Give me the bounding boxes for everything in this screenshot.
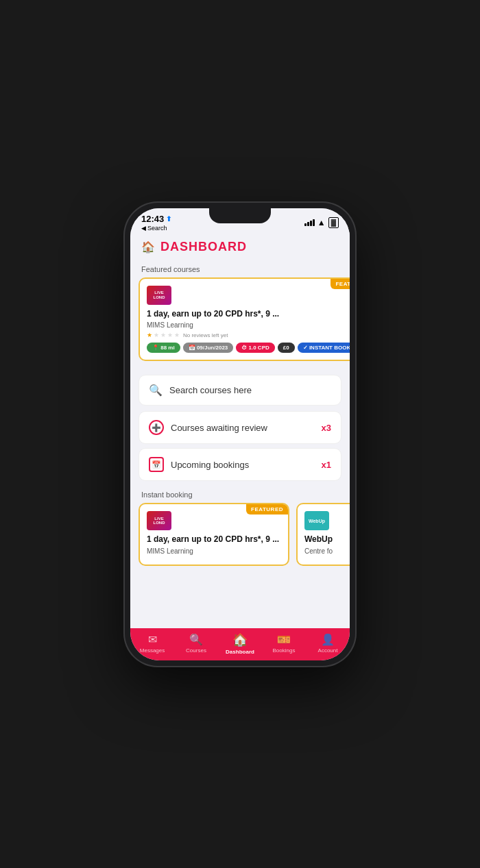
upcoming-bookings-count: x1 [322, 460, 331, 470]
nav-bookings[interactable]: 🎫 Bookings [267, 633, 301, 654]
courses-awaiting-review-row[interactable]: ➕ Courses awaiting review x3 [139, 411, 341, 444]
tag-cpd: ⏱ 1.0 CPD [236, 343, 274, 353]
instant-provider-1: MIMS Learning [147, 547, 281, 555]
course-title-1: 1 day, earn up to 20 CPD hrs*, 9 ... [147, 309, 350, 320]
nav-messages[interactable]: ✉ Messages [135, 633, 169, 654]
tag-instant[interactable]: ✓ INSTANT BOOKING [298, 343, 350, 353]
upcoming-bookings-row[interactable]: 📅 Upcoming bookings x1 [139, 448, 341, 481]
courses-awaiting-label: Courses awaiting review [171, 423, 267, 433]
instant-title-1: 1 day, earn up to 20 CPD hrs*, 9 ... [147, 534, 281, 545]
status-left: 12:43 ⬆ ◀ Search [141, 214, 171, 232]
courses-label: Courses [186, 647, 206, 654]
phone-screen: 12:43 ⬆ ◀ Search ▲ ▓ � [130, 208, 350, 660]
instant-logo-2: WebUp [304, 511, 329, 530]
instant-title-2: WebUp [304, 534, 350, 545]
location-icon: ⬆ [166, 215, 171, 223]
page-title: DASHBOARD [160, 240, 247, 254]
signal-bars [304, 219, 315, 226]
instant-course-card-1[interactable]: FEATURED LIVELOND 1 day, earn up to 20 C… [139, 503, 289, 566]
scroll-content[interactable]: Featured courses FEATURED LIVELOND 1 day… [130, 260, 350, 628]
status-icons: ▲ ▓ [304, 217, 339, 228]
messages-icon: ✉ [148, 633, 157, 646]
action-left-1: ➕ Courses awaiting review [149, 420, 267, 435]
featured-courses-list[interactable]: FEATURED LIVELOND 1 day, earn up to 20 C… [130, 277, 350, 370]
course-provider-1: MIMS Learning [147, 321, 350, 329]
account-label: Account [318, 647, 338, 654]
course-stars-1: ★ ★ ★ ★ ★ No reviews left yet [147, 332, 350, 338]
tag-price: £0 [278, 343, 295, 353]
bookings-icon: 🎫 [277, 633, 291, 646]
featured-section-label: Featured courses [130, 260, 350, 277]
instant-badge-1: FEATURED [246, 504, 288, 514]
scroll-spacer [130, 574, 350, 585]
nav-account[interactable]: 👤 Account [311, 633, 345, 654]
search-bar[interactable]: 🔍 Search courses here [139, 375, 341, 406]
courses-awaiting-count: x3 [322, 423, 331, 433]
messages-label: Messages [140, 647, 165, 654]
account-icon: 👤 [321, 633, 335, 646]
back-label: Search [147, 225, 167, 232]
course-logo-1: LIVELOND [147, 286, 171, 305]
wifi-icon: ▲ [317, 218, 326, 227]
search-icon: 🔍 [149, 384, 163, 397]
review-icon: ➕ [149, 420, 164, 435]
time-display: 12:43 [141, 214, 164, 224]
nav-dashboard[interactable]: 🏠 Dashboard [223, 632, 257, 655]
instant-provider-2: Centre fo [304, 547, 350, 555]
calendar-icon: 📅 [149, 457, 164, 472]
featured-badge-1: FEATURED [331, 279, 350, 289]
status-time: 12:43 ⬆ [141, 214, 171, 224]
phone-frame: 12:43 ⬆ ◀ Search ▲ ▓ � [123, 201, 357, 667]
tag-date: 📅 09/Jun/2023 [183, 343, 234, 353]
bottom-nav: ✉ Messages 🔍 Courses 🏠 Dashboard 🎫 Booki… [130, 628, 350, 660]
dashboard-label: Dashboard [226, 649, 254, 655]
courses-icon: 🔍 [189, 633, 203, 646]
featured-course-card-1[interactable]: FEATURED LIVELOND 1 day, earn up to 20 C… [139, 277, 350, 362]
instant-courses-list[interactable]: FEATURED LIVELOND 1 day, earn up to 20 C… [130, 503, 350, 574]
action-left-2: 📅 Upcoming bookings [149, 457, 249, 472]
course-tags-1: 📍 88 mi 📅 09/Jun/2023 ⏱ 1.0 CPD £0 ✓ INS… [147, 343, 350, 353]
tag-distance: 📍 88 mi [147, 343, 180, 353]
upcoming-bookings-label: Upcoming bookings [171, 460, 249, 470]
search-placeholder: Search courses here [169, 385, 252, 395]
back-chevron: ◀ [141, 225, 146, 232]
notch [209, 208, 271, 223]
instant-logo-1: LIVELOND [147, 511, 171, 530]
instant-course-card-2[interactable]: WebUp WebUp Centre fo [296, 503, 350, 566]
home-icon: 🏠 [141, 240, 155, 253]
battery-icon: ▓ [328, 217, 339, 228]
no-reviews-1: No reviews left yet [183, 332, 228, 338]
instant-section-label: Instant booking [130, 485, 350, 503]
status-back[interactable]: ◀ Search [141, 225, 167, 232]
nav-courses[interactable]: 🔍 Courses [179, 633, 213, 654]
dashboard-icon: 🏠 [232, 632, 248, 647]
bookings-label: Bookings [273, 647, 296, 654]
app-header: 🏠 DASHBOARD [130, 234, 350, 260]
